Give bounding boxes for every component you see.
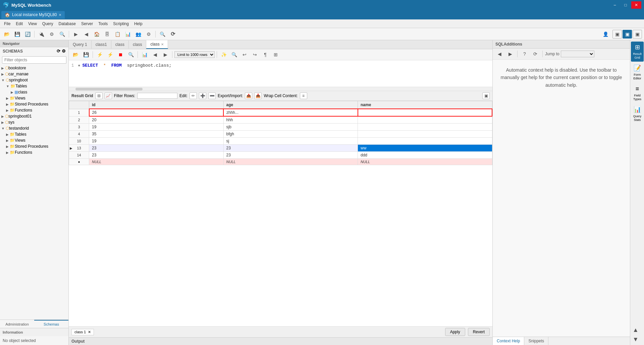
tables-folder-springboot[interactable]: ▼ 📁 Tables (0, 83, 68, 89)
wrap-button[interactable]: ≡ (300, 92, 307, 99)
find-replace-button[interactable]: 🔍 (229, 50, 239, 59)
show-invisible-button[interactable]: ¶ (261, 50, 270, 59)
apply-button[interactable]: Apply (445, 328, 465, 336)
table-class[interactable]: ▶ ▦ class (0, 89, 68, 95)
cell-id[interactable]: 23 (89, 152, 224, 159)
undo-button[interactable]: ↩ (240, 50, 249, 59)
query-tab-class1[interactable]: class1 (92, 41, 111, 49)
export-button[interactable]: 📤 (245, 92, 252, 99)
cell-name[interactable] (358, 138, 492, 145)
table-button[interactable]: 📋 (113, 30, 122, 39)
next-button[interactable]: ▶ (161, 50, 170, 59)
open-script-button[interactable]: 📂 (71, 50, 80, 59)
menu-edit[interactable]: Edit (13, 20, 25, 27)
toggle-results-button[interactable]: ⊞ (271, 50, 280, 59)
cell-name-null[interactable]: NULL (358, 159, 492, 165)
cell-id-null[interactable]: NULL (89, 159, 224, 165)
schema-sys[interactable]: ▶ ⬡ sys (0, 119, 68, 125)
menu-server[interactable]: Server (78, 20, 96, 27)
cell-id[interactable]: 19 (89, 124, 224, 131)
menu-file[interactable]: File (1, 20, 13, 27)
schema-button[interactable]: 🗄 (102, 30, 112, 39)
cell-age-null[interactable]: NULL (223, 159, 358, 165)
views-folder-springboot[interactable]: ▶ 📁 Views (0, 95, 68, 101)
menu-database[interactable]: Database (56, 20, 78, 27)
query-stats-side-btn[interactable]: 📊 QueryStats (631, 104, 644, 124)
schema-testandorid[interactable]: ▼ ⬡ testandorid (0, 125, 68, 131)
limit-rows-select[interactable]: Limit to 1000 rows (174, 51, 215, 58)
cell-age[interactable]: 23 (223, 152, 358, 159)
functions-folder-testandorid[interactable]: ▶ 📁 Functions (0, 149, 68, 155)
cell-age[interactable]: sjb (223, 124, 358, 131)
jump-to-select[interactable] (561, 51, 594, 57)
filter-rows-input[interactable] (137, 93, 177, 99)
close-button[interactable]: ✕ (631, 1, 641, 9)
stored-procedures-springboot[interactable]: ▶ 📁 Stored Procedures (0, 101, 68, 107)
result-grid-side-btn[interactable]: ⊞ ResultGrid (631, 42, 644, 62)
editor-scrollbar-thumb[interactable] (75, 88, 143, 90)
form-editor-side-btn[interactable]: 📝 FormEditor (631, 62, 644, 82)
cell-age[interactable]: 23 (223, 145, 358, 152)
menu-tools[interactable]: Tools (96, 20, 110, 27)
explain-button[interactable]: 🔍 (126, 50, 136, 59)
chart-view-button[interactable]: 📈 (105, 92, 112, 99)
schema-bookstore[interactable]: ▶ ⬡ bookstore (0, 65, 68, 71)
table-row[interactable]: 14 23 23 ddd (69, 152, 492, 159)
field-types-side-btn[interactable]: ≡ FieldTypes (631, 83, 644, 103)
menu-help[interactable]: Help (131, 20, 145, 27)
revert-button[interactable]: Revert (468, 328, 490, 336)
import-button[interactable]: 📥 (254, 92, 262, 99)
add-row-button[interactable]: ➕ (199, 92, 206, 99)
cell-age[interactable]: sj (223, 138, 358, 145)
instance-tab-close-icon[interactable]: ✕ (59, 13, 61, 17)
table-row[interactable]: 1 26 zhhh... (69, 109, 492, 116)
open-folder-button[interactable]: 📂 (2, 30, 11, 39)
cell-id[interactable]: 26 (89, 109, 224, 116)
save-script-button[interactable]: 💾 (81, 50, 91, 59)
toggle-output-button[interactable]: 📊 (140, 50, 149, 59)
query-tab-class-3[interactable]: class (129, 41, 146, 49)
home-button[interactable]: 🏠 (92, 30, 101, 39)
connect-button[interactable]: 🔌 (37, 30, 46, 39)
save-button[interactable]: 💾 (12, 30, 22, 39)
table-row[interactable]: 4 35 bfgh (69, 131, 492, 138)
layout-btn-2[interactable]: ▣ (623, 30, 632, 39)
toggle-panel-button[interactable]: ▣ (482, 92, 490, 99)
tab-close-icon[interactable]: ✕ (161, 43, 164, 46)
stop-query-button[interactable]: ⏹ (116, 50, 125, 59)
cell-name[interactable] (358, 124, 492, 131)
cell-id[interactable]: 23 (89, 145, 224, 152)
query-tab-1[interactable]: Query 1 (69, 41, 92, 49)
settings-button[interactable]: ⚙ (144, 30, 153, 39)
reload-button[interactable]: ⟳ (168, 30, 177, 39)
snippets-tab[interactable]: Snippets (524, 337, 548, 345)
run-selection-button[interactable]: ⚡ (105, 50, 115, 59)
refresh-button[interactable]: 🔄 (23, 30, 32, 39)
scroll-down-button[interactable]: ▼ (631, 335, 640, 344)
menu-scripting[interactable]: Scripting (110, 20, 131, 27)
cell-name[interactable]: ww (358, 145, 492, 152)
cell-id[interactable]: 19 (89, 138, 224, 145)
minimize-button[interactable]: – (610, 1, 620, 9)
menu-query[interactable]: Query (40, 20, 56, 27)
cell-name[interactable] (358, 109, 492, 116)
layout-btn-3[interactable]: ▣ (633, 30, 642, 39)
schemas-refresh-icon[interactable]: ⟳ (57, 49, 60, 54)
next-context-button[interactable]: ▶ (505, 50, 515, 58)
profile-button[interactable]: 👤 (601, 30, 610, 39)
back-button[interactable]: ◀ (82, 30, 91, 39)
table-row[interactable]: 10 19 sj (69, 138, 492, 145)
result-tab[interactable]: class 1 ✕ (71, 329, 94, 335)
users-button[interactable]: 👥 (133, 30, 143, 39)
inspect-button[interactable]: 🔍 (57, 30, 67, 39)
table-row[interactable]: 2 20 hhh (69, 116, 492, 124)
editor-scrollbar[interactable] (69, 87, 492, 91)
cell-id[interactable]: 35 (89, 131, 224, 138)
prev-button[interactable]: ◀ (150, 50, 160, 59)
layout-btn-1[interactable]: ▣ (612, 30, 622, 39)
schema-springboot01[interactable]: ▶ ⬡ springboot01 (0, 113, 68, 119)
cell-age[interactable]: hhh (223, 116, 358, 124)
instance-tab[interactable]: 🏠 Local instance MySQL80 ✕ (1, 11, 65, 19)
views-folder-testandorid[interactable]: ▶ 📁 Views (0, 137, 68, 143)
col-age[interactable]: age (223, 101, 358, 109)
